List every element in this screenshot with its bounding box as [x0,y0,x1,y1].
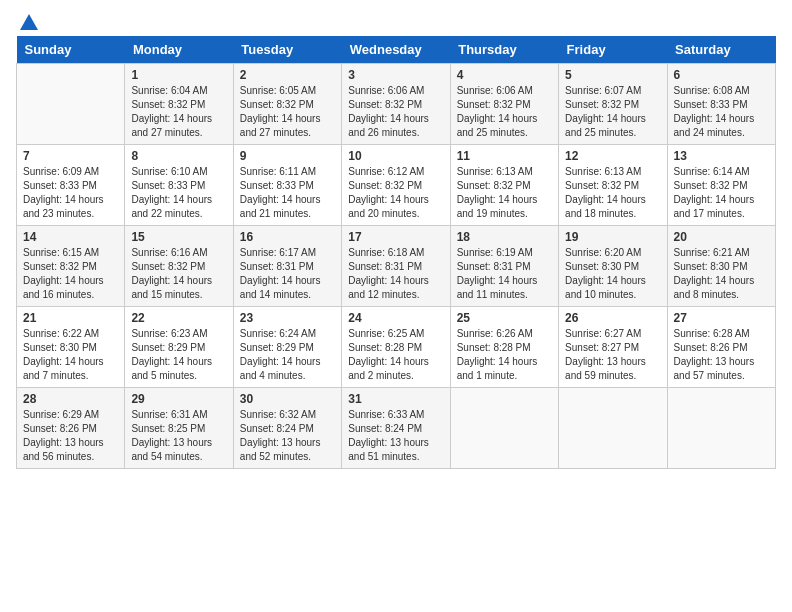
day-number: 20 [674,230,769,244]
day-sun-info: Sunrise: 6:24 AMSunset: 8:29 PMDaylight:… [240,327,335,383]
day-number: 5 [565,68,660,82]
calendar-cell: 20Sunrise: 6:21 AMSunset: 8:30 PMDayligh… [667,226,775,307]
weekday-header: Saturday [667,36,775,64]
calendar-cell: 4Sunrise: 6:06 AMSunset: 8:32 PMDaylight… [450,64,558,145]
calendar-cell: 27Sunrise: 6:28 AMSunset: 8:26 PMDayligh… [667,307,775,388]
day-sun-info: Sunrise: 6:21 AMSunset: 8:30 PMDaylight:… [674,246,769,302]
weekday-header: Thursday [450,36,558,64]
calendar-cell: 13Sunrise: 6:14 AMSunset: 8:32 PMDayligh… [667,145,775,226]
calendar-cell: 7Sunrise: 6:09 AMSunset: 8:33 PMDaylight… [17,145,125,226]
day-sun-info: Sunrise: 6:11 AMSunset: 8:33 PMDaylight:… [240,165,335,221]
calendar-cell [667,388,775,469]
day-number: 3 [348,68,443,82]
day-sun-info: Sunrise: 6:07 AMSunset: 8:32 PMDaylight:… [565,84,660,140]
day-sun-info: Sunrise: 6:25 AMSunset: 8:28 PMDaylight:… [348,327,443,383]
day-sun-info: Sunrise: 6:19 AMSunset: 8:31 PMDaylight:… [457,246,552,302]
day-sun-info: Sunrise: 6:08 AMSunset: 8:33 PMDaylight:… [674,84,769,140]
day-number: 12 [565,149,660,163]
day-number: 30 [240,392,335,406]
day-number: 19 [565,230,660,244]
weekday-header: Sunday [17,36,125,64]
calendar-cell: 21Sunrise: 6:22 AMSunset: 8:30 PMDayligh… [17,307,125,388]
calendar-cell: 31Sunrise: 6:33 AMSunset: 8:24 PMDayligh… [342,388,450,469]
day-sun-info: Sunrise: 6:27 AMSunset: 8:27 PMDaylight:… [565,327,660,383]
calendar-cell: 26Sunrise: 6:27 AMSunset: 8:27 PMDayligh… [559,307,667,388]
day-number: 13 [674,149,769,163]
day-number: 10 [348,149,443,163]
day-number: 9 [240,149,335,163]
day-sun-info: Sunrise: 6:13 AMSunset: 8:32 PMDaylight:… [457,165,552,221]
day-sun-info: Sunrise: 6:28 AMSunset: 8:26 PMDaylight:… [674,327,769,383]
day-sun-info: Sunrise: 6:32 AMSunset: 8:24 PMDaylight:… [240,408,335,464]
day-sun-info: Sunrise: 6:05 AMSunset: 8:32 PMDaylight:… [240,84,335,140]
calendar-week-row: 1Sunrise: 6:04 AMSunset: 8:32 PMDaylight… [17,64,776,145]
calendar-cell: 25Sunrise: 6:26 AMSunset: 8:28 PMDayligh… [450,307,558,388]
day-number: 2 [240,68,335,82]
day-sun-info: Sunrise: 6:12 AMSunset: 8:32 PMDaylight:… [348,165,443,221]
calendar-cell [17,64,125,145]
day-sun-info: Sunrise: 6:15 AMSunset: 8:32 PMDaylight:… [23,246,118,302]
day-sun-info: Sunrise: 6:20 AMSunset: 8:30 PMDaylight:… [565,246,660,302]
calendar-cell: 15Sunrise: 6:16 AMSunset: 8:32 PMDayligh… [125,226,233,307]
calendar-cell: 6Sunrise: 6:08 AMSunset: 8:33 PMDaylight… [667,64,775,145]
day-sun-info: Sunrise: 6:31 AMSunset: 8:25 PMDaylight:… [131,408,226,464]
calendar-cell: 24Sunrise: 6:25 AMSunset: 8:28 PMDayligh… [342,307,450,388]
day-number: 25 [457,311,552,325]
calendar-cell: 2Sunrise: 6:05 AMSunset: 8:32 PMDaylight… [233,64,341,145]
day-sun-info: Sunrise: 6:16 AMSunset: 8:32 PMDaylight:… [131,246,226,302]
day-sun-info: Sunrise: 6:17 AMSunset: 8:31 PMDaylight:… [240,246,335,302]
day-sun-info: Sunrise: 6:22 AMSunset: 8:30 PMDaylight:… [23,327,118,383]
day-number: 6 [674,68,769,82]
day-number: 31 [348,392,443,406]
calendar-cell: 10Sunrise: 6:12 AMSunset: 8:32 PMDayligh… [342,145,450,226]
calendar-cell: 1Sunrise: 6:04 AMSunset: 8:32 PMDaylight… [125,64,233,145]
day-number: 14 [23,230,118,244]
calendar-cell: 23Sunrise: 6:24 AMSunset: 8:29 PMDayligh… [233,307,341,388]
day-sun-info: Sunrise: 6:10 AMSunset: 8:33 PMDaylight:… [131,165,226,221]
day-number: 8 [131,149,226,163]
day-number: 29 [131,392,226,406]
day-number: 26 [565,311,660,325]
calendar-cell: 30Sunrise: 6:32 AMSunset: 8:24 PMDayligh… [233,388,341,469]
calendar-week-row: 28Sunrise: 6:29 AMSunset: 8:26 PMDayligh… [17,388,776,469]
calendar-cell: 22Sunrise: 6:23 AMSunset: 8:29 PMDayligh… [125,307,233,388]
weekday-header: Friday [559,36,667,64]
calendar-cell: 17Sunrise: 6:18 AMSunset: 8:31 PMDayligh… [342,226,450,307]
day-number: 4 [457,68,552,82]
day-sun-info: Sunrise: 6:18 AMSunset: 8:31 PMDaylight:… [348,246,443,302]
calendar-cell [559,388,667,469]
calendar-table: SundayMondayTuesdayWednesdayThursdayFrid… [16,36,776,469]
logo [16,16,40,28]
day-number: 1 [131,68,226,82]
day-sun-info: Sunrise: 6:13 AMSunset: 8:32 PMDaylight:… [565,165,660,221]
calendar-week-row: 14Sunrise: 6:15 AMSunset: 8:32 PMDayligh… [17,226,776,307]
calendar-week-row: 21Sunrise: 6:22 AMSunset: 8:30 PMDayligh… [17,307,776,388]
calendar-cell: 29Sunrise: 6:31 AMSunset: 8:25 PMDayligh… [125,388,233,469]
day-number: 16 [240,230,335,244]
weekday-header: Tuesday [233,36,341,64]
day-number: 23 [240,311,335,325]
day-sun-info: Sunrise: 6:04 AMSunset: 8:32 PMDaylight:… [131,84,226,140]
day-sun-info: Sunrise: 6:26 AMSunset: 8:28 PMDaylight:… [457,327,552,383]
calendar-cell: 18Sunrise: 6:19 AMSunset: 8:31 PMDayligh… [450,226,558,307]
day-number: 7 [23,149,118,163]
day-number: 22 [131,311,226,325]
day-number: 24 [348,311,443,325]
calendar-cell: 14Sunrise: 6:15 AMSunset: 8:32 PMDayligh… [17,226,125,307]
calendar-cell: 3Sunrise: 6:06 AMSunset: 8:32 PMDaylight… [342,64,450,145]
calendar-cell: 11Sunrise: 6:13 AMSunset: 8:32 PMDayligh… [450,145,558,226]
calendar-cell: 12Sunrise: 6:13 AMSunset: 8:32 PMDayligh… [559,145,667,226]
calendar-cell: 5Sunrise: 6:07 AMSunset: 8:32 PMDaylight… [559,64,667,145]
weekday-header: Wednesday [342,36,450,64]
day-number: 15 [131,230,226,244]
calendar-cell: 9Sunrise: 6:11 AMSunset: 8:33 PMDaylight… [233,145,341,226]
calendar-week-row: 7Sunrise: 6:09 AMSunset: 8:33 PMDaylight… [17,145,776,226]
day-number: 18 [457,230,552,244]
day-sun-info: Sunrise: 6:33 AMSunset: 8:24 PMDaylight:… [348,408,443,464]
calendar-cell: 8Sunrise: 6:10 AMSunset: 8:33 PMDaylight… [125,145,233,226]
calendar-cell: 16Sunrise: 6:17 AMSunset: 8:31 PMDayligh… [233,226,341,307]
weekday-header-row: SundayMondayTuesdayWednesdayThursdayFrid… [17,36,776,64]
day-sun-info: Sunrise: 6:06 AMSunset: 8:32 PMDaylight:… [457,84,552,140]
logo-icon [18,12,40,34]
day-sun-info: Sunrise: 6:06 AMSunset: 8:32 PMDaylight:… [348,84,443,140]
